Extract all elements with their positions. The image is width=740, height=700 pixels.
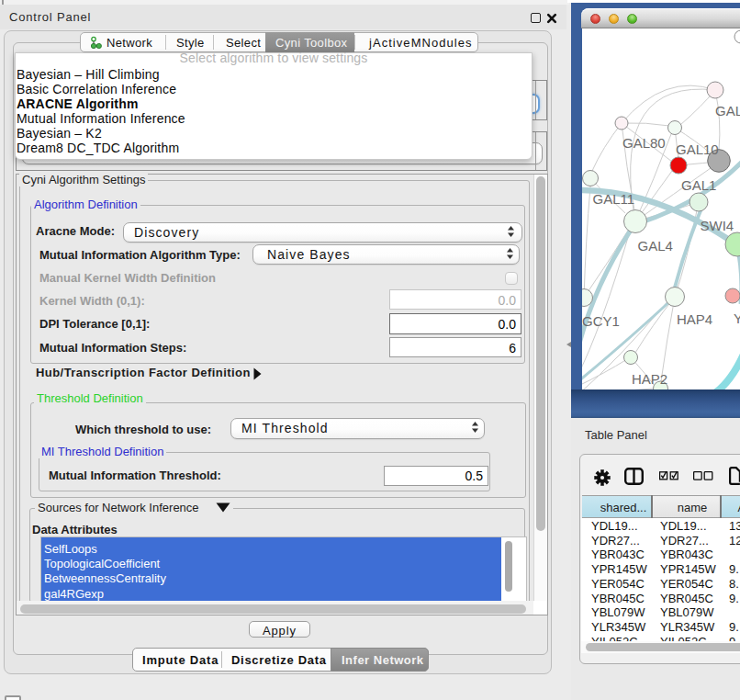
- svg-text:Y: Y: [734, 310, 740, 326]
- svg-text:SWI4: SWI4: [701, 218, 734, 233]
- svg-text:HAP2: HAP2: [632, 371, 667, 387]
- svg-text:GAL11: GAL11: [593, 191, 635, 207]
- svg-text:GAL1: GAL1: [681, 177, 716, 193]
- svg-text:GCY1: GCY1: [582, 313, 620, 329]
- svg-text:GAL10: GAL10: [676, 141, 719, 157]
- svg-text:GAL80: GAL80: [622, 135, 666, 151]
- svg-text:HAP4: HAP4: [677, 311, 712, 327]
- svg-text:GAL4: GAL4: [638, 238, 673, 254]
- svg-text:GAL7: GAL7: [715, 103, 740, 119]
